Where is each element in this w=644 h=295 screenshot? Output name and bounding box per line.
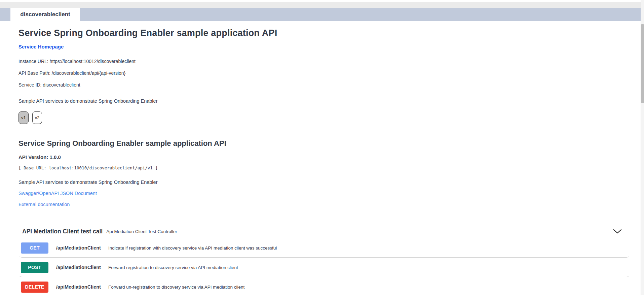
version-selector: v1 v2	[18, 111, 630, 124]
version-button-v1[interactable]: v1	[18, 111, 29, 124]
service-homepage-link[interactable]: Service Homepage	[18, 44, 64, 50]
page-title: Service Spring Onboarding Enabler sample…	[18, 28, 630, 38]
api-base-path-line: API Base Path: /discoverableclient/api/{…	[18, 70, 630, 76]
operation-row-delete[interactable]: DELETE /apiMediationClient Forward un-re…	[18, 277, 630, 295]
chevron-down-icon[interactable]	[613, 229, 622, 234]
vertical-scrollbar[interactable]	[641, 0, 644, 295]
operation-summary: Forward un-registration to discovery ser…	[108, 285, 244, 290]
tab-bar-lead-space	[0, 8, 10, 21]
tag-description: Api Mediation Client Test Controller	[106, 229, 177, 234]
operation-path: /apiMediationClient	[56, 284, 108, 290]
api-title: Service Spring Onboarding Enabler sample…	[18, 139, 630, 148]
version-button-v2[interactable]: v2	[32, 111, 42, 124]
tag-section-header[interactable]: API Mediation Client test call Api Media…	[18, 225, 630, 238]
operation-path: /apiMediationClient	[56, 245, 108, 251]
tag-name: API Mediation Client test call	[22, 228, 103, 235]
api-description: Sample API services to demonstrate Sprin…	[18, 179, 630, 185]
service-id-line: Service ID: discoverableclient	[18, 82, 630, 88]
api-version-line: API Version: 1.0.0	[18, 154, 630, 160]
top-strip	[0, 2, 644, 8]
operation-path: /apiMediationClient	[56, 265, 108, 270]
method-badge-delete: DELETE	[21, 282, 48, 293]
tab-label: discoverableclient	[20, 11, 70, 18]
operation-row-get[interactable]: GET /apiMediationClient Indicate if regi…	[18, 238, 630, 258]
operation-row-post[interactable]: POST /apiMediationClient Forward registr…	[18, 258, 630, 277]
base-url-line: [ Base URL: localhost:10010/discoverable…	[18, 165, 630, 170]
scrollbar-thumb[interactable]	[641, 24, 644, 103]
tab-discoverableclient[interactable]: discoverableclient	[10, 8, 80, 21]
service-tab-bar: discoverableclient	[0, 8, 644, 21]
operation-summary: Indicate if registration with discovery …	[108, 245, 277, 251]
swagger-json-link[interactable]: Swagger/OpenAPI JSON Document	[18, 191, 630, 196]
external-documentation-link[interactable]: External documentation	[18, 202, 630, 207]
main-content: Service Spring Onboarding Enabler sample…	[0, 28, 644, 295]
method-badge-post: POST	[21, 262, 48, 273]
instance-url-line: Instance URL: https://localhost:10012/di…	[18, 59, 630, 64]
operation-summary: Forward registration to discovery servic…	[108, 265, 238, 270]
service-description: Sample API services to demonstrate Sprin…	[18, 98, 630, 104]
method-badge-get: GET	[21, 242, 48, 254]
